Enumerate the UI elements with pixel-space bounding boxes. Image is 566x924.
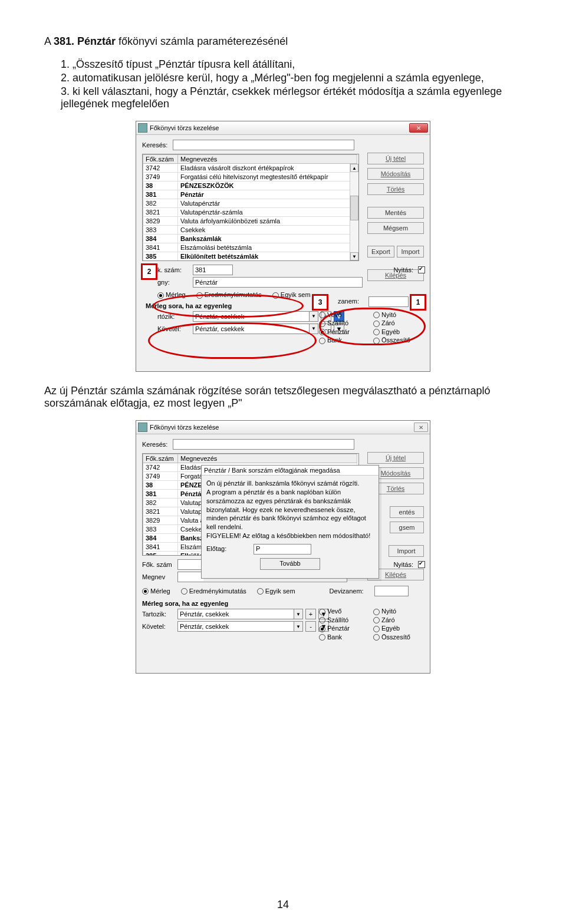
scroll-thumb[interactable] xyxy=(350,196,358,220)
app-icon xyxy=(138,123,147,133)
devizanem-input[interactable] xyxy=(374,586,409,596)
window-title: Főkönyvi törzs kezelése xyxy=(150,424,414,431)
radio-nyito[interactable]: Nyitó xyxy=(373,608,425,615)
table-row[interactable]: 3742Eladásra vásárolt diszkont értékpapí… xyxy=(143,164,357,173)
megnev-input[interactable]: Pénztár xyxy=(193,277,363,288)
scrollbar[interactable]: ▲ ▼ xyxy=(350,164,358,260)
callout-1: 1 xyxy=(410,294,426,311)
nyitas-checkbox[interactable] xyxy=(418,561,425,568)
nyitas-checkbox[interactable] xyxy=(418,266,425,273)
nyitas-label: Nyitás: xyxy=(393,561,413,568)
cancel-button-partial[interactable]: gsem xyxy=(390,522,424,533)
prefix-dialog: Pénztár / Bank sorszám előtagjának megad… xyxy=(201,465,379,579)
save-button-partial[interactable]: entés xyxy=(390,506,424,518)
radio-eredmeny[interactable]: Eredménykimutatás xyxy=(196,291,262,299)
type-radios: Vevő Nyitó Szállító Záró Pénztár Egyéb B… xyxy=(319,311,425,344)
radio-egyiksem[interactable]: Egyik sem xyxy=(272,291,311,299)
export-button[interactable]: Export xyxy=(367,246,394,258)
titlebar: Főkönyvi törzs kezelése ✕ xyxy=(136,121,430,135)
radio-egyiksem[interactable]: Egyik sem xyxy=(257,588,295,595)
megnev-label: Megnev xyxy=(142,573,177,580)
radio-merleg[interactable]: Mérleg xyxy=(157,291,186,299)
radio-egyeb[interactable]: Egyéb xyxy=(373,328,425,336)
callout-2: 2 xyxy=(141,263,157,280)
kovetel-combo[interactable]: Pénztár, csekkek ▼ xyxy=(193,324,318,334)
scroll-down-icon[interactable]: ▼ xyxy=(350,252,358,260)
radio-szallito[interactable]: Szállító xyxy=(319,319,371,327)
radio-osszesito[interactable]: Összesítő xyxy=(373,633,425,641)
col-code: Fők.szám xyxy=(143,155,178,164)
radio-nyito[interactable]: Nyitó xyxy=(373,311,425,319)
search-input[interactable] xyxy=(173,439,354,450)
minus-button[interactable]: - xyxy=(305,621,316,632)
radio-zaro[interactable]: Záró xyxy=(373,616,425,624)
kovetel-combo[interactable]: Pénztár, csekkek ▼ xyxy=(177,621,303,632)
section-label: Mérleg sora, ha az egyenleg xyxy=(142,600,425,607)
radio-bank[interactable]: Bank xyxy=(319,633,371,641)
list-item-2: 2. automatikusan jelölésre kerül, hogy a… xyxy=(44,72,522,84)
table-row[interactable]: 3829Valuta árfolyamkülönbözeti számla xyxy=(143,217,357,226)
dropdown-icon[interactable]: ▼ xyxy=(294,609,303,619)
radio-vevo[interactable]: Vevő xyxy=(319,311,371,319)
table-row[interactable]: 383Csekkek xyxy=(143,226,357,235)
callout-3: 3 xyxy=(312,294,328,311)
table-row[interactable]: 382Valutapénztár xyxy=(143,199,357,208)
radio-osszesito[interactable]: Összesítő xyxy=(373,336,425,344)
table-row[interactable]: 381Pénztár xyxy=(143,190,357,199)
devizanem-input[interactable] xyxy=(368,296,409,307)
radio-szallito[interactable]: Szállító xyxy=(319,616,371,624)
title-line: A 381. Pénztár főkönyvi számla paraméter… xyxy=(44,35,522,48)
plus-button[interactable]: + xyxy=(305,609,316,619)
dialog-text-2: A program a pénztár és a bank naplóban k… xyxy=(206,488,374,532)
table-row[interactable]: 3749Forgatási célú hitelviszonyt megtest… xyxy=(143,173,357,182)
radio-zaro[interactable]: Záró xyxy=(373,319,425,327)
radio-eredmeny[interactable]: Eredménykimutatás xyxy=(181,588,246,595)
save-button[interactable]: Mentés xyxy=(367,207,424,219)
radio-egyeb[interactable]: Egyéb xyxy=(373,625,425,632)
elotag-input[interactable]: P xyxy=(254,544,311,555)
table-row[interactable]: 3821Valutapénztár-számla xyxy=(143,208,357,217)
radio-merleg[interactable]: Mérleg xyxy=(142,588,170,595)
table-row[interactable]: 385Elkülönített betétszámlák xyxy=(143,252,357,261)
megnev-label: gny: xyxy=(157,279,193,286)
table-row[interactable]: 3841Elszámolási betétszámla xyxy=(143,243,357,252)
elotag-label: Előtag: xyxy=(206,544,254,553)
tovabb-button[interactable]: Tovább xyxy=(260,558,320,570)
import-button[interactable]: Import xyxy=(389,545,424,557)
import-button[interactable]: Import xyxy=(397,246,424,258)
tartozik-combo[interactable]: Pénztár, csekkek ▼ xyxy=(193,311,318,322)
tartozik-combo[interactable]: Pénztár, csekkek ▼ xyxy=(177,609,303,619)
kovetel-label: Követel: xyxy=(142,623,177,630)
delete-button[interactable]: Törlés xyxy=(367,183,424,195)
new-button[interactable]: Új tétel xyxy=(367,452,424,464)
close-icon[interactable]: ✕ xyxy=(414,423,428,432)
scroll-up-icon[interactable]: ▲ xyxy=(350,164,358,172)
table-row[interactable]: 3851Kamatozó betétszámlák xyxy=(143,261,357,262)
radio-penztar[interactable]: Pénztár xyxy=(319,328,371,336)
new-button[interactable]: Új tétel xyxy=(367,153,424,164)
fokszam-input[interactable]: 381 xyxy=(193,265,233,275)
dropdown-icon[interactable]: ▼ xyxy=(294,621,303,632)
list-item-3: 3. ki kell választani, hogy a Pénztár, c… xyxy=(44,85,522,110)
radio-bank[interactable]: Bank xyxy=(319,336,371,344)
app-icon xyxy=(138,423,147,432)
col-name: Megnevezés xyxy=(178,454,357,463)
dialog-text-3: FIGYELEM! Az előtag a későbbiekben nem m… xyxy=(206,532,374,540)
radio-vevo[interactable]: Vevő xyxy=(319,608,371,615)
search-label: Keresés: xyxy=(142,141,173,148)
table-row[interactable]: 384Bankszámlák xyxy=(143,235,357,243)
account-table[interactable]: Fők.szám Megnevezés 3742Eladásra vásárol… xyxy=(142,154,359,261)
radio-penztar[interactable]: Pénztár xyxy=(319,625,371,632)
dialog-title: Pénztár / Bank sorszám előtagjának megad… xyxy=(202,466,379,476)
app-window-1: Főkönyvi törzs kezelése ✕ Keresés: Új té… xyxy=(136,121,430,372)
fokszam-label: k. szám: xyxy=(157,266,193,273)
window-title: Főkönyvi törzs kezelése xyxy=(150,124,409,131)
dropdown-icon[interactable]: ▼ xyxy=(310,311,318,322)
edit-button[interactable]: Módosítás xyxy=(367,168,424,180)
search-input[interactable] xyxy=(173,140,354,150)
table-row[interactable]: 38PÉNZESZKÖZÖK xyxy=(143,182,357,190)
cancel-button[interactable]: Mégsem xyxy=(367,222,424,234)
dialog-text-1: Ön új pénztár ill. bankszámla főkönyvi s… xyxy=(206,479,374,488)
close-icon[interactable]: ✕ xyxy=(409,123,428,133)
dropdown-icon[interactable]: ▼ xyxy=(310,324,318,334)
